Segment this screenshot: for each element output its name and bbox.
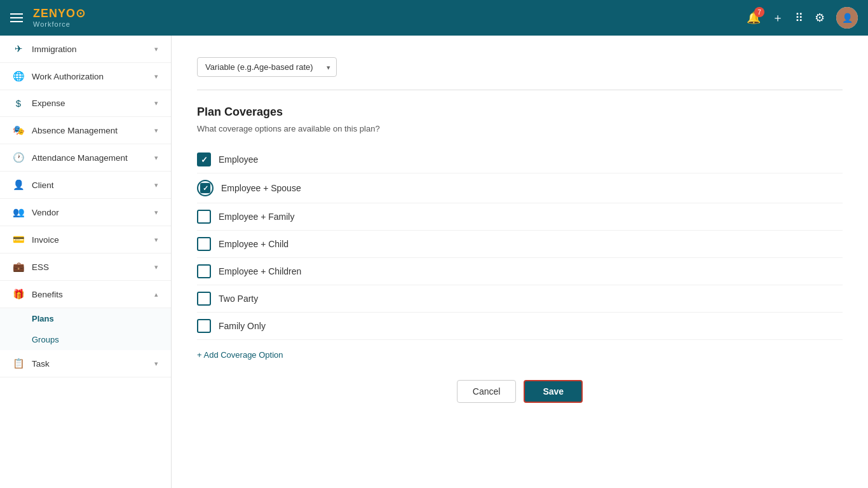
sidebar-subitem-plans-label: Plans xyxy=(32,314,54,323)
coverage-option-family-only: Family Only xyxy=(197,313,843,340)
sidebar-label-immigration: Immigration xyxy=(32,44,77,54)
attendance-icon: 🕐 xyxy=(13,152,24,163)
sidebar-item-absence-management[interactable]: 🎭 Absence Management ▾ xyxy=(0,117,171,144)
sidebar-item-vendor[interactable]: 👥 Vendor ▾ xyxy=(0,199,171,226)
section-divider xyxy=(197,90,843,90)
sidebar-item-expense[interactable]: $ Expense ▾ xyxy=(0,90,171,117)
footer-buttons: Cancel Save xyxy=(197,380,843,403)
sidebar-label-client: Client xyxy=(32,180,54,190)
nav-left: ZENYO⊙ Workforce xyxy=(10,8,86,28)
sidebar-label-ess: ESS xyxy=(32,262,49,272)
sidebar-subitem-groups[interactable]: Groups xyxy=(0,329,171,350)
checkbox-employee-family[interactable] xyxy=(197,210,211,224)
sidebar-item-task[interactable]: 📋 Task ▾ xyxy=(0,350,171,377)
notification-bell[interactable]: 🔔 7 xyxy=(747,11,761,25)
logo-workforce-text: Workforce xyxy=(33,20,86,28)
sidebar-subitem-plans[interactable]: Plans xyxy=(0,308,171,329)
sidebar-label-absence-management: Absence Management xyxy=(32,126,118,135)
hamburger-menu[interactable] xyxy=(10,13,23,22)
coverage-label-employee-family: Employee + Family xyxy=(219,212,294,222)
plan-coverages-subtitle: What coverage options are available on t… xyxy=(197,124,843,133)
rate-type-dropdown[interactable]: Variable (e.g.Age-based rate) Fixed Rate… xyxy=(197,57,337,77)
checkbox-employee[interactable]: ✓ xyxy=(197,152,211,166)
sidebar-item-client[interactable]: 👤 Client ▾ xyxy=(0,172,171,199)
coverage-option-employee-family: Employee + Family xyxy=(197,203,843,231)
chevron-down-icon: ▾ xyxy=(154,208,158,217)
dropdown-row: Variable (e.g.Age-based rate) Fixed Rate… xyxy=(197,51,843,77)
notification-badge: 7 xyxy=(754,7,764,17)
chevron-down-icon: ▾ xyxy=(154,45,158,53)
coverage-label-employee-spouse: Employee + Spouse xyxy=(221,183,301,193)
plan-coverages-section: Plan Coverages What coverage options are… xyxy=(197,105,843,403)
checkbox-two-party[interactable] xyxy=(197,292,211,306)
coverage-label-employee-child: Employee + Child xyxy=(219,239,288,249)
main-content: Variable (e.g.Age-based rate) Fixed Rate… xyxy=(172,36,868,488)
content-inner: Variable (e.g.Age-based rate) Fixed Rate… xyxy=(172,36,868,428)
sidebar-label-task: Task xyxy=(32,359,50,369)
user-avatar[interactable]: 👤 xyxy=(836,7,858,29)
checkbox-employee-children[interactable] xyxy=(197,264,211,278)
task-icon: 📋 xyxy=(13,358,24,369)
expense-icon: $ xyxy=(13,98,24,109)
sidebar-subitem-groups-label: Groups xyxy=(32,335,59,344)
ess-icon: 💼 xyxy=(13,261,24,273)
invoice-icon: 💳 xyxy=(13,234,24,245)
sidebar-label-invoice: Invoice xyxy=(32,235,59,245)
sidebar: ✈ Immigration ▾ 🌐 Work Authorization ▾ $… xyxy=(0,36,172,488)
coverage-label-two-party: Two Party xyxy=(219,294,258,304)
sidebar-item-benefits[interactable]: 🎁 Benefits ▴ xyxy=(0,281,171,308)
sidebar-label-work-authorization: Work Authorization xyxy=(32,72,104,81)
coverage-label-employee: Employee xyxy=(219,154,258,165)
immigration-icon: ✈ xyxy=(13,43,24,55)
checkmark-icon: ✓ xyxy=(203,184,208,193)
sidebar-label-attendance-management: Attendance Management xyxy=(32,153,128,163)
absence-icon: 🎭 xyxy=(13,125,24,136)
sidebar-label-benefits: Benefits xyxy=(32,290,63,299)
add-button[interactable]: ＋ xyxy=(772,10,783,25)
chevron-up-icon: ▴ xyxy=(154,290,158,299)
benefits-icon: 🎁 xyxy=(13,288,24,300)
sidebar-label-expense: Expense xyxy=(32,98,65,108)
checkbox-family-only[interactable] xyxy=(197,319,211,333)
logo-zenyo-text: ZENYO xyxy=(33,7,76,20)
sidebar-item-invoice[interactable]: 💳 Invoice ▾ xyxy=(0,226,171,254)
chevron-down-icon: ▾ xyxy=(154,126,158,135)
coverage-option-employee-child: Employee + Child xyxy=(197,231,843,258)
coverage-option-employee-spouse: ✓ Employee + Spouse xyxy=(197,173,843,203)
coverage-option-two-party: Two Party xyxy=(197,285,843,313)
checkbox-employee-spouse[interactable]: ✓ xyxy=(197,180,214,196)
chevron-down-icon: ▾ xyxy=(154,236,158,244)
checkbox-employee-child[interactable] xyxy=(197,237,211,251)
sidebar-item-immigration[interactable]: ✈ Immigration ▾ xyxy=(0,36,171,63)
coverage-option-employee-children: Employee + Children xyxy=(197,258,843,285)
app-logo: ZENYO⊙ Workforce xyxy=(33,8,86,28)
plan-coverages-title: Plan Coverages xyxy=(197,105,843,119)
chevron-down-icon: ▾ xyxy=(154,263,158,271)
main-layout: ✈ Immigration ▾ 🌐 Work Authorization ▾ $… xyxy=(0,36,868,488)
logo-accent: ⊙ xyxy=(76,7,86,20)
save-button[interactable]: Save xyxy=(524,380,583,403)
sidebar-label-vendor: Vendor xyxy=(32,208,59,217)
nav-right: 🔔 7 ＋ ⠿ ⚙ 👤 xyxy=(747,7,858,29)
settings-icon[interactable]: ⚙ xyxy=(815,11,825,25)
chevron-down-icon: ▾ xyxy=(154,181,158,189)
sidebar-item-attendance-management[interactable]: 🕐 Attendance Management ▾ xyxy=(0,144,171,172)
cancel-button[interactable]: Cancel xyxy=(457,380,517,403)
chevron-down-icon: ▾ xyxy=(154,72,158,81)
checkmark-icon: ✓ xyxy=(201,155,208,165)
grid-menu[interactable]: ⠿ xyxy=(795,11,803,25)
chevron-down-icon: ▾ xyxy=(154,154,158,162)
top-navigation: ZENYO⊙ Workforce 🔔 7 ＋ ⠿ ⚙ 👤 xyxy=(0,0,868,36)
coverage-option-employee: ✓ Employee xyxy=(197,146,843,173)
chevron-down-icon: ▾ xyxy=(154,99,158,107)
coverage-label-family-only: Family Only xyxy=(219,321,266,331)
work-authorization-icon: 🌐 xyxy=(13,71,24,82)
client-icon: 👤 xyxy=(13,179,24,191)
chevron-down-icon: ▾ xyxy=(154,360,158,368)
rate-type-dropdown-wrapper: Variable (e.g.Age-based rate) Fixed Rate… xyxy=(197,57,337,77)
sidebar-item-work-authorization[interactable]: 🌐 Work Authorization ▾ xyxy=(0,63,171,90)
vendor-icon: 👥 xyxy=(13,207,24,218)
add-coverage-link[interactable]: + Add Coverage Option xyxy=(197,350,283,360)
coverage-label-employee-children: Employee + Children xyxy=(219,266,301,276)
sidebar-item-ess[interactable]: 💼 ESS ▾ xyxy=(0,254,171,281)
